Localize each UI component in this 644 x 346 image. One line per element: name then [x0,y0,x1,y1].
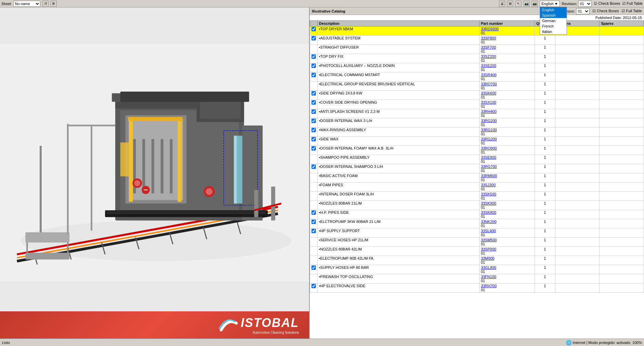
row-checkbox-cell[interactable] [310,146,318,155]
row-part-number[interactable]: 33RG10001 [479,127,535,137]
row-part-number[interactable]: 33RG20001 [479,137,535,146]
row-part-number[interactable]: 33SZ20001 [479,54,535,63]
row-checkbox-cell[interactable] [310,109,318,118]
language-select-button[interactable]: English ▼ [540,1,560,7]
row-checkbox-cell[interactable] [310,238,318,247]
row-checkbox-cell[interactable] [310,183,318,192]
part-number-link[interactable]: 33SP000 [481,247,496,251]
lang-option-german[interactable]: German [540,18,567,23]
row-checkbox-cell[interactable] [310,54,318,63]
row-checkbox[interactable] [311,54,316,59]
row-checkbox-cell[interactable] [310,127,318,137]
part-number-link[interactable]: 33SR400 [481,73,497,77]
row-part-number[interactable]: 33SX10001 [479,100,535,109]
revision-select[interactable]: 01 [578,1,592,7]
row-checkbox[interactable] [311,64,316,68]
row-part-number[interactable]: 33FN10001 [479,274,535,283]
row-checkbox[interactable] [311,128,316,132]
print-icon[interactable]: 🖨 [499,1,505,7]
part-number-link[interactable]: 33SF800 [481,36,496,40]
row-part-number[interactable]: 33RM60001 [479,173,535,183]
part-number-link[interactable]: 33NK200 [481,220,497,224]
part-number-link[interactable]: 33GL900 [481,265,496,270]
row-part-number[interactable]: 33RG20001 [479,118,535,127]
settings-icon[interactable]: ⚙ [51,1,57,7]
refresh-icon[interactable]: ↺ [42,1,49,7]
row-part-number[interactable]: 33SM50001 [479,238,535,247]
row-checkbox[interactable] [311,165,316,169]
row-checkbox-cell[interactable] [310,63,318,72]
row-checkbox-cell[interactable] [310,219,318,228]
part-number-link[interactable]: 33RQ700 [481,82,497,86]
part-number-link[interactable]: 33SL400 [481,229,496,233]
row-checkbox[interactable] [311,109,316,114]
row-checkbox-cell[interactable] [310,36,318,45]
row-checkbox-cell[interactable] [310,118,318,127]
row-checkbox[interactable] [311,284,316,288]
sheet-select[interactable]: No name [13,1,40,7]
part-number-link[interactable]: 33RG700 [481,165,497,169]
row-part-number[interactable]: 33M90001 [479,256,535,265]
cad-scene-area[interactable] [0,7,309,318]
revision-select-right[interactable]: 01 [576,8,590,14]
row-checkbox-cell[interactable] [310,72,318,82]
row-part-number[interactable]: 33RQ90001 [479,146,535,155]
row-part-number[interactable]: 33SF70001 [479,45,535,54]
part-number-link[interactable]: 33SK800 [481,210,496,214]
row-part-number[interactable]: 33GL90001 [479,265,535,274]
row-checkbox-cell[interactable] [310,155,318,164]
row-checkbox-cell[interactable] [310,283,318,293]
row-part-number[interactable]: 33SP00001 [479,247,535,256]
row-checkbox-cell[interactable] [310,27,318,36]
part-number-link[interactable]: 33M900 [481,256,495,260]
part-number-link[interactable]: 33SK900 [481,201,496,205]
lang-option-english[interactable]: English [540,7,567,13]
row-checkbox-cell[interactable] [310,201,318,210]
row-checkbox[interactable] [311,119,316,123]
language-dropdown[interactable]: English Spanish German French Italian [540,7,567,35]
row-part-number[interactable]: 33SK80001 [479,210,535,219]
row-part-number[interactable]: 33RH70001 [479,283,535,293]
part-number-link[interactable]: 33SE200 [481,64,496,68]
part-number-link[interactable]: 33SE900 [481,155,496,159]
row-checkbox[interactable] [311,146,316,151]
row-part-number[interactable]: 33NK20001 [479,219,535,228]
row-checkbox[interactable] [311,265,316,270]
part-number-link[interactable]: 33SK600 [481,91,496,95]
row-checkbox-cell[interactable] [310,228,318,238]
row-checkbox[interactable] [311,229,316,233]
part-number-link[interactable]: 33SZ200 [481,54,496,58]
row-part-number[interactable]: 33SF80001 [479,36,535,45]
camera2-icon[interactable]: 📸 [532,1,538,7]
part-number-link[interactable]: 33RG200 [481,137,497,141]
row-checkbox[interactable] [311,100,316,105]
check-boxes-toggle[interactable]: ☑ Check Boxes [594,1,620,6]
row-part-number[interactable]: 33SK60001 [479,91,535,100]
row-checkbox-cell[interactable] [310,100,318,109]
row-part-number[interactable]: 33SJ30001 [479,183,535,192]
part-number-link[interactable]: 33SJ300 [481,183,496,187]
row-checkbox[interactable] [311,36,316,40]
row-checkbox-cell[interactable] [310,265,318,274]
row-checkbox-cell[interactable] [310,247,318,256]
part-number-link[interactable]: 33RG200 [481,119,497,123]
parts-table-container[interactable]: Description Part number Quantity Options… [310,20,644,339]
lang-option-italian[interactable]: Italian [540,29,567,34]
zoom-icon[interactable]: ⊞ [507,1,513,7]
part-number-link[interactable]: 33SM500 [481,238,497,242]
part-number-link[interactable]: 33RD9300 [481,27,499,31]
row-checkbox-cell[interactable] [310,82,318,91]
part-number-link[interactable]: 33SX100 [481,100,496,104]
row-part-number[interactable]: 33SL40001 [479,228,535,238]
row-checkbox[interactable] [311,137,316,141]
row-checkbox[interactable] [311,27,316,31]
pointer-icon[interactable]: ↖ [515,1,521,7]
row-part-number[interactable]: 33RG70001 [479,164,535,173]
row-checkbox[interactable] [311,210,316,215]
row-checkbox-cell[interactable] [310,274,318,283]
part-number-link[interactable]: 33FN100 [481,275,496,279]
row-part-number[interactable]: 33RQ70001 [479,82,535,91]
row-part-number[interactable]: 33SK50001 [479,192,535,201]
row-part-number[interactable]: 33RD930001 [479,27,535,36]
part-number-link[interactable]: 33RM600 [481,174,497,178]
